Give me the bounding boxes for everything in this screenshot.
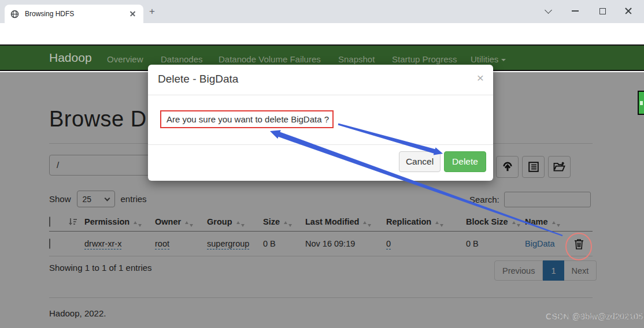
floating-widget[interactable] — [638, 91, 644, 115]
globe-icon — [10, 10, 19, 18]
dialog-title: Delete - BigData — [158, 73, 238, 85]
nav-utilities[interactable]: Utilities — [471, 54, 506, 64]
minimize-button[interactable] — [567, 5, 584, 17]
nav-startup-progress[interactable]: Startup Progress — [392, 54, 457, 64]
tab-title: Browsing HDFS — [25, 10, 128, 18]
nav-overview[interactable]: Overview — [107, 54, 143, 64]
message-highlight-box: Are you sure you want to delete BigData … — [160, 110, 334, 128]
nav-datanode-volume-failures[interactable]: Datanode Volume Failures — [219, 54, 321, 64]
navbar-brand[interactable]: Hadoop — [49, 51, 92, 65]
delete-confirm-dialog: Delete - BigData × Are you sure you want… — [148, 65, 493, 181]
tab-browsing-hdfs[interactable]: Browsing HDFS — [5, 5, 143, 23]
watermark: CSDN @8blw@zd202105 CSDN @8blw@zd202105 — [546, 312, 644, 323]
cancel-button[interactable]: Cancel — [399, 151, 441, 172]
delete-button[interactable]: Delete — [444, 151, 486, 172]
dialog-close-icon[interactable]: × — [477, 72, 484, 84]
tab-strip: Browsing HDFS + — [0, 0, 644, 23]
new-tab-button[interactable]: + — [149, 7, 155, 16]
maximize-button[interactable] — [594, 5, 611, 17]
dialog-footer — [148, 144, 493, 181]
browser-toolbar: 不安全 | master:9870 /explorer.html#/ — [0, 23, 644, 44]
tab-close-icon[interactable] — [128, 9, 138, 18]
nav-datanodes[interactable]: Datanodes — [161, 54, 203, 64]
browser-window: Browsing HDFS + 不安全 | master:9870 /explo… — [0, 0, 644, 328]
window-close-button[interactable] — [620, 5, 637, 17]
tab-search-icon[interactable] — [539, 5, 557, 17]
chevron-down-icon — [501, 59, 506, 61]
confirm-message: Are you sure you want to delete BigData … — [161, 114, 329, 124]
nav-snapshot[interactable]: Snapshot — [338, 54, 375, 64]
dialog-header: Delete - BigData × — [148, 65, 493, 95]
